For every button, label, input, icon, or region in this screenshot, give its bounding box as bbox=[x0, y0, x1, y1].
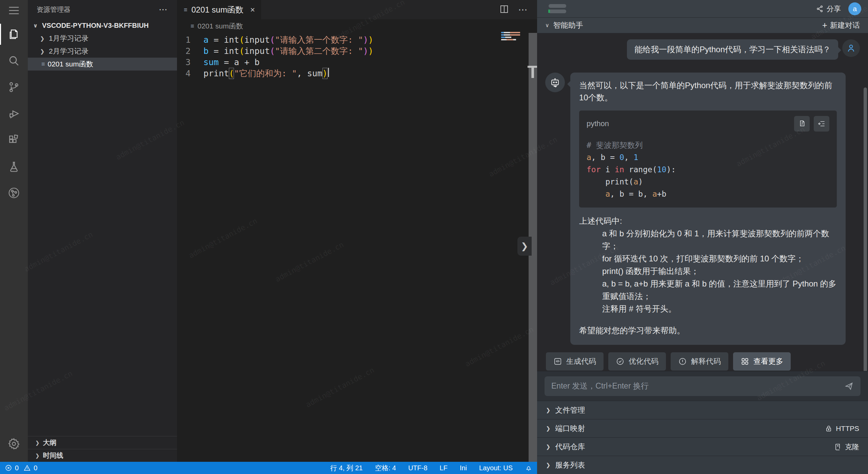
status-layout[interactable]: Layout: US bbox=[479, 464, 513, 472]
tab-bar: ≡ 0201 sum函数 × ⋯ bbox=[177, 0, 537, 19]
app-window: 资源管理器 ⋯ ∨ VSCODE-PYTHON-V3-BKFFBIUH ❯ 1月… bbox=[0, 0, 868, 474]
problems-indicator[interactable]: 0 0 bbox=[5, 464, 37, 472]
outline-section[interactable]: ❯ 大纲 bbox=[28, 436, 177, 449]
lock-icon bbox=[825, 424, 833, 433]
robot-icon bbox=[549, 77, 561, 88]
source-control-icon[interactable] bbox=[0, 74, 28, 100]
settings-gear-icon[interactable] bbox=[0, 431, 28, 457]
insert-icon bbox=[817, 119, 826, 128]
breadcrumb[interactable]: ≡ 0201 sum函数 bbox=[177, 19, 537, 33]
chevron-right-icon: ❯ bbox=[40, 35, 46, 42]
panel-collapse-handle[interactable]: ❯ bbox=[517, 237, 532, 256]
code-block-content: # 斐波那契数列a, b = 0, 1for i in range(10): p… bbox=[587, 139, 829, 200]
assistant-closing: 希望能对您的学习带来帮助。 bbox=[579, 324, 837, 337]
chat-area: 能给我一段简单的Python代码，学习一下相关语法吗？ 当然可以，以下是一个简单… bbox=[537, 33, 868, 371]
search-icon[interactable] bbox=[0, 47, 28, 74]
code-line[interactable]: 4print("它们的和为: ", sum) bbox=[177, 68, 537, 79]
code-editor[interactable]: 1a = int(input("请输入第一个数字: "))2b = int(in… bbox=[177, 33, 537, 462]
person-icon bbox=[846, 43, 856, 53]
tab-close-icon[interactable]: × bbox=[250, 5, 255, 15]
port-mapping-section[interactable]: ❯ 端口映射 HTTPS bbox=[537, 419, 868, 437]
explanation-list: a 和 b 分别初始化为 0 和 1，用来计算斐波那契数列的前两个数字；for … bbox=[579, 227, 837, 315]
explanation-title: 上述代码中: bbox=[579, 215, 837, 227]
explanation-item: 注释用 # 符号开头。 bbox=[579, 302, 837, 315]
assistant-header[interactable]: ∨ 智能助手 + 新建对话 bbox=[537, 18, 868, 33]
assistant-panel: 分享 a ∨ 智能助手 + 新建对话 能给我一段简单的Python代码，学习一下… bbox=[537, 0, 868, 474]
optimize-code-button[interactable]: 优化代码 bbox=[608, 352, 666, 371]
bell-icon[interactable] bbox=[525, 464, 532, 472]
split-editor-icon[interactable] bbox=[499, 4, 509, 16]
chat-input-bar: Enter 发送，Ctrl+Enter 换行 bbox=[537, 371, 868, 401]
generate-code-button[interactable]: 生成代码 bbox=[546, 352, 604, 371]
tree-folder-jan[interactable]: ❯ 1月学习记录 bbox=[28, 32, 177, 45]
service-list-section[interactable]: ❯ 服务列表 bbox=[537, 456, 868, 474]
chevron-down-icon: ∨ bbox=[33, 22, 39, 29]
editor-area: ≡ 0201 sum函数 × ⋯ ≡ 0201 sum函数 1a = bbox=[177, 0, 537, 462]
share-button[interactable]: 分享 bbox=[816, 4, 841, 14]
code-language-label: python bbox=[587, 118, 609, 130]
status-language[interactable]: Ini bbox=[460, 464, 467, 472]
code-line[interactable]: 2b = int(input("请输入第二个数字: ")) bbox=[177, 45, 537, 57]
view-more-button[interactable]: 查看更多 bbox=[733, 352, 791, 371]
timeline-section[interactable]: ❯ 时间线 bbox=[28, 449, 177, 462]
panel-sections: ❯ 文件管理 ❯ 端口映射 HTTPS ❯ 代码仓库 克隆 ❯ bbox=[537, 401, 868, 474]
clone-repo-icon bbox=[834, 443, 842, 451]
chat-input[interactable]: Enter 发送，Ctrl+Enter 换行 bbox=[545, 376, 861, 396]
chevron-right-icon: ❯ bbox=[546, 462, 550, 468]
server-status-icon[interactable] bbox=[549, 4, 566, 13]
plus-icon: + bbox=[822, 20, 827, 31]
workbench: 资源管理器 ⋯ ∨ VSCODE-PYTHON-V3-BKFFBIUH ❯ 1月… bbox=[0, 0, 537, 474]
copy-code-button[interactable] bbox=[794, 116, 810, 132]
status-indent[interactable]: 空格: 4 bbox=[375, 463, 396, 473]
explorer-more-icon[interactable]: ⋯ bbox=[159, 4, 168, 15]
chevron-right-icon: ❯ bbox=[546, 443, 550, 450]
run-debug-icon[interactable] bbox=[0, 100, 28, 127]
user-chat-avatar bbox=[842, 39, 860, 57]
status-line-col[interactable]: 行 4, 列 21 bbox=[330, 463, 363, 473]
code-line[interactable]: 1a = int(input("请输入第一个数字: ")) bbox=[177, 34, 537, 45]
status-eol[interactable]: LF bbox=[440, 464, 448, 472]
explain-code-button[interactable]: 解释代码 bbox=[671, 352, 728, 371]
new-chat-button[interactable]: + 新建对话 bbox=[822, 20, 860, 31]
tree-folder-feb[interactable]: ❯ 2月学习记录 bbox=[28, 45, 177, 58]
assistant-intro: 当然可以，以下是一个简单的Python代码，用于求解斐波那契数列的前10个数。 bbox=[579, 79, 837, 104]
explorer-sidebar: 资源管理器 ⋯ ∨ VSCODE-PYTHON-V3-BKFFBIUH ❯ 1月… bbox=[28, 0, 177, 462]
status-encoding[interactable]: UTF-8 bbox=[408, 464, 428, 472]
https-button[interactable]: HTTPS bbox=[825, 424, 859, 433]
share-icon bbox=[816, 5, 824, 13]
grid-icon bbox=[741, 357, 749, 366]
remote-explorer-icon[interactable] bbox=[0, 180, 28, 206]
explorer-icon[interactable] bbox=[0, 21, 28, 47]
check-circle-icon bbox=[616, 357, 625, 366]
user-account-avatar[interactable]: a bbox=[848, 2, 861, 15]
testing-icon[interactable] bbox=[0, 153, 28, 180]
exclamation-circle-icon bbox=[678, 357, 687, 366]
watermark-letter: T bbox=[527, 62, 538, 82]
menu-icon[interactable] bbox=[0, 0, 28, 21]
tree-file-selected[interactable]: ≡ 0201 sum函数 bbox=[28, 58, 177, 71]
editor-more-icon[interactable]: ⋯ bbox=[518, 4, 528, 15]
chevron-right-icon: ❯ bbox=[546, 425, 550, 432]
panel-top-bar: 分享 a bbox=[537, 0, 868, 18]
input-placeholder: Enter 发送，Ctrl+Enter 换行 bbox=[551, 381, 649, 391]
extensions-icon[interactable] bbox=[0, 127, 28, 153]
file-manager-section[interactable]: ❯ 文件管理 bbox=[537, 401, 868, 419]
code-repo-section[interactable]: ❯ 代码仓库 克隆 bbox=[537, 437, 868, 456]
activity-bar bbox=[0, 0, 28, 462]
assistant-title: 智能助手 bbox=[553, 20, 583, 31]
user-message: 能给我一段简单的Python代码，学习一下相关语法吗？ bbox=[627, 39, 838, 60]
assistant-message: 当然可以，以下是一个简单的Python代码，用于求解斐波那契数列的前10个数。 … bbox=[570, 73, 846, 345]
chat-scrollbar[interactable] bbox=[864, 87, 867, 371]
assistant-avatar bbox=[545, 73, 565, 92]
clone-button[interactable]: 克隆 bbox=[834, 442, 859, 452]
chevron-right-icon: ❯ bbox=[546, 407, 550, 413]
copy-icon bbox=[797, 119, 806, 128]
code-line[interactable]: 3sum = a + b bbox=[177, 57, 537, 68]
minimap[interactable] bbox=[501, 32, 522, 41]
status-bar: 0 0 行 4, 列 21 空格: 4 UTF-8 LF Ini Layout:… bbox=[0, 462, 537, 474]
chevron-right-icon: ❯ bbox=[35, 440, 40, 446]
insert-code-button[interactable] bbox=[814, 116, 829, 132]
tree-root-folder[interactable]: ∨ VSCODE-PYTHON-V3-BKFFBIUH bbox=[28, 19, 177, 32]
editor-tab[interactable]: ≡ 0201 sum函数 × bbox=[177, 0, 261, 19]
send-icon[interactable] bbox=[844, 381, 854, 391]
